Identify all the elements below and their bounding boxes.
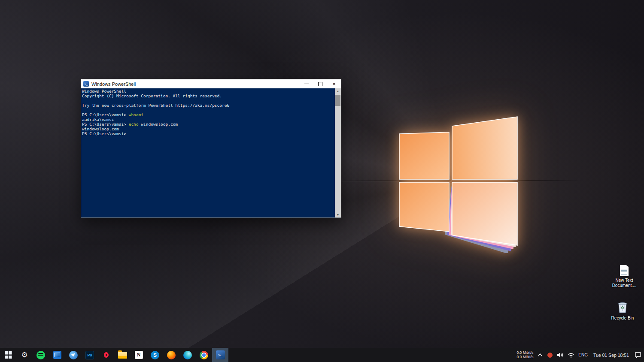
terminal-text: Try the new cross-platform PowerShell ht… [82,103,229,108]
photoshop-icon: Ps [85,351,94,359]
chrome-icon [200,351,208,359]
maximize-icon [318,82,322,86]
scroll-thumb[interactable] [335,95,340,106]
terminal-line: PS C:\Users\vamsi> [82,131,335,136]
skype-icon-glyph: S [153,352,157,358]
terminal-text: PS C:\Users\vamsi> [82,131,126,136]
scrollbar[interactable]: ▲ ▼ [335,88,341,217]
taskbar-button-file-explorer[interactable] [114,348,131,362]
tray-app-icon [547,353,553,358]
desktop-icon-label: Recycle Bin [611,316,634,321]
close-icon: × [332,81,336,87]
taskbar-button-photoshop[interactable]: Ps [82,348,98,362]
windows-logo-wallpaper [394,112,523,253]
taskbar-button-skype[interactable]: S [147,348,163,362]
file-explorer-icon [118,352,127,359]
taskbar-button-notion[interactable]: N [131,348,147,362]
console-area[interactable]: Windows PowerShellCopyright (C) Microsof… [81,88,341,217]
network-button[interactable] [568,348,574,362]
volume-button[interactable] [557,348,564,362]
taskbar-button-edge[interactable] [179,348,196,362]
terminal-line: Copyright (C) Microsoft Corporation. All… [82,94,335,98]
start-icon [5,351,12,359]
scroll-down-button[interactable]: ▼ [335,212,341,217]
terminal-text: PS C:\Users\vamsi> [82,122,129,127]
powershell-window: >_ Windows PowerShell × Windows PowerShe… [81,79,341,218]
wifi-icon [568,353,574,358]
skype-icon: S [151,351,159,359]
window-titlebar[interactable]: >_ Windows PowerShell × [81,79,341,88]
desktop[interactable]: New Text Document.... Recycle Bin >_ Win… [0,0,644,362]
opera-icon [104,352,109,358]
scroll-up-button[interactable]: ▲ [335,88,341,94]
taskbar-button-settings[interactable]: ⚙ [16,348,33,362]
notion-icon-glyph: N [137,352,141,358]
logo-pane-bottom-left [399,182,449,232]
terminal-line [82,108,335,112]
logo-pane-top-left [399,132,449,179]
settings-icon-glyph: ⚙ [21,351,27,359]
taskbar-button-chrome[interactable] [196,348,212,362]
terminal-line: Try the new cross-platform PowerShell ht… [82,103,335,108]
taskbar-button-spotify[interactable] [33,348,49,362]
window-title: Windows PowerShell [91,81,300,87]
system-tray: 0.0 Mibit/s 0.0 Mibit/s [516,348,641,362]
tray-overflow-button[interactable] [537,348,543,362]
desktop-icon-new-text-document[interactable]: New Text Document.... [609,265,640,288]
notion-icon: N [135,351,143,359]
terminal-command-text: echo [129,122,139,127]
thunderbird-icon [69,351,78,359]
photos-icon [53,351,61,359]
network-speed-indicator[interactable]: 0.0 Mibit/s 0.0 Mibit/s [516,351,533,359]
settings-icon: ⚙ [20,350,29,360]
powershell-window-icon: >_ [83,81,89,87]
terminal-line: PS C:\Users\vamsi> whoami [82,112,335,117]
tray-app-button[interactable] [547,348,553,362]
minimize-button[interactable] [300,79,313,88]
close-button[interactable]: × [327,79,341,88]
speaker-icon [557,352,564,358]
logo-pane-top-right [452,117,517,179]
desktop-icon-recycle-bin[interactable]: Recycle Bin [607,300,638,321]
wallpaper-horizon-line-right [518,180,582,181]
taskbar-apps: ⚙PsNS>_ [0,348,228,362]
terminal-text: Copyright (C) Microsoft Corporation. All… [82,94,222,98]
action-center-button[interactable] [635,348,641,362]
action-center-icon [635,352,641,358]
terminal-line [82,98,335,103]
desktop-icon-label: New Text Document.... [609,278,640,288]
terminal-line: windowsloop.com [82,127,335,131]
terminal-line: Windows PowerShell [82,89,335,94]
text-file-icon [620,265,629,276]
spotify-icon [36,351,45,359]
recycle-bin-icon [617,300,629,314]
taskbar-button-opera[interactable] [98,348,114,362]
terminal-text: windowsloop.com [139,122,178,127]
net-speed-down: 0.0 Mibit/s [516,355,533,359]
chevron-up-icon [538,353,542,356]
language-indicator[interactable]: ENG [578,353,588,357]
edge-icon [183,351,192,359]
powershell-icon-glyph: >_ [219,353,222,357]
terminal-line: PS C:\Users\vamsi> echo windowsloop.com [82,122,335,127]
minimize-icon [304,84,309,84]
firefox-icon [167,351,176,359]
terminal-text: aadrika\vamsi [82,117,114,122]
clock[interactable]: Tue 01 Sep 18:51 [592,353,631,358]
terminal-text: windowsloop.com [82,127,119,131]
taskbar-button-powershell[interactable]: >_ [212,348,228,362]
taskbar-button-start[interactable] [0,348,16,362]
logo-pane-bottom-right [452,182,517,245]
taskbar-button-photos[interactable] [49,348,65,362]
maximize-button[interactable] [313,79,327,88]
terminal-text: PS C:\Users\vamsi> [82,112,129,117]
terminal-line: aadrika\vamsi [82,117,335,122]
taskbar: ⚙PsNS>_ 0.0 Mibit/s 0.0 Mibit/s [0,348,644,362]
taskbar-button-thunderbird[interactable] [65,348,82,362]
window-controls: × [300,79,341,88]
powershell-icon: >_ [216,350,225,359]
terminal-output: Windows PowerShellCopyright (C) Microsof… [81,88,335,217]
terminal-command-text: whoami [129,112,143,117]
taskbar-button-firefox[interactable] [163,348,179,362]
terminal-text: Windows PowerShell [82,89,126,94]
